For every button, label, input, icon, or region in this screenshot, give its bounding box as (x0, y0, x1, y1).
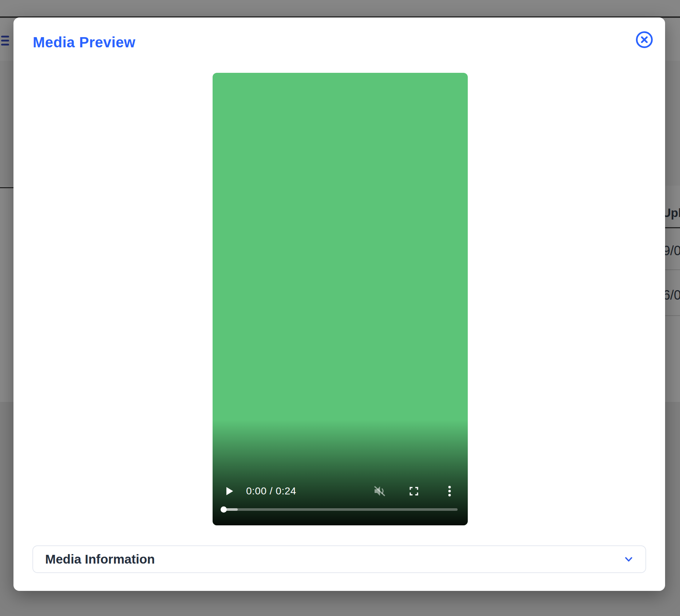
video-controls: 0:00 / 0:24 (213, 483, 468, 499)
video-player[interactable]: 0:00 / 0:24 (213, 73, 468, 525)
video-time: 0:00 / 0:24 (246, 485, 296, 497)
muted-speaker-icon (373, 485, 386, 498)
screen: Upl 9/0 6/0 Media Preview (0, 0, 680, 616)
fullscreen-button[interactable] (408, 486, 419, 497)
play-button[interactable] (223, 485, 235, 497)
close-button[interactable] (635, 30, 654, 49)
chevron-down-icon (623, 553, 634, 565)
video-progress-bar[interactable] (221, 508, 458, 511)
kebab-menu-icon (446, 485, 453, 498)
modal-title: Media Preview (33, 34, 135, 51)
more-options-button[interactable] (446, 485, 453, 498)
media-information-label: Media Information (45, 552, 155, 566)
mute-button[interactable] (373, 485, 386, 498)
media-information-accordion[interactable]: Media Information (32, 545, 646, 573)
media-preview-modal: Media Preview 0:00 / 0:24 (13, 17, 665, 591)
fullscreen-icon (408, 486, 419, 497)
play-icon (223, 485, 235, 497)
progress-thumb[interactable] (221, 506, 227, 513)
circle-x-icon (635, 30, 654, 49)
